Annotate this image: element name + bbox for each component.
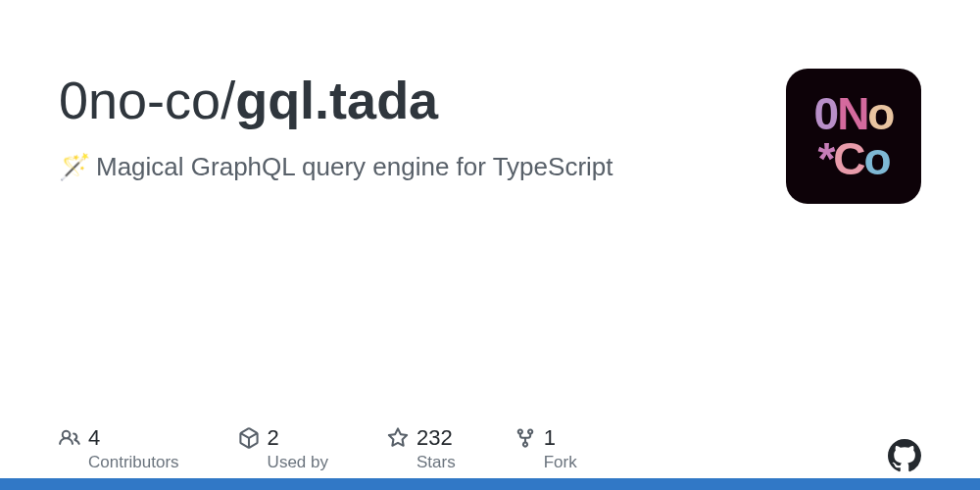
fork-icon	[514, 427, 536, 449]
repo-name: gql.tada	[235, 71, 438, 129]
contributors-label: Contributors	[88, 453, 179, 472]
repo-title: 0no-co/gql.tada	[59, 69, 766, 132]
contributors-value: 4	[88, 425, 100, 451]
stat-stars: 232 Stars	[387, 425, 456, 472]
stat-forks: 1 Fork	[514, 425, 577, 472]
usedby-value: 2	[268, 425, 279, 451]
org-logo: 0No *Co	[786, 69, 921, 204]
stars-value: 232	[416, 425, 453, 451]
github-icon	[888, 439, 921, 472]
description-text: Magical GraphQL query engine for TypeScr…	[96, 152, 613, 181]
stars-label: Stars	[416, 453, 456, 472]
logo-line-1: 0No	[814, 91, 894, 136]
stats-group: 4 Contributors 2 Used by 232 Stars	[59, 425, 577, 472]
logo-line-2: *Co	[817, 136, 889, 181]
forks-label: Fork	[544, 453, 577, 472]
star-icon	[387, 427, 409, 449]
wand-emoji: 🪄	[59, 152, 90, 181]
language-bar	[0, 478, 980, 490]
repo-separator: /	[220, 71, 235, 129]
people-icon	[59, 427, 80, 449]
stat-usedby: 2 Used by	[238, 425, 328, 472]
repo-description: 🪄Magical GraphQL query engine for TypeSc…	[59, 152, 766, 182]
usedby-label: Used by	[268, 453, 328, 472]
stat-contributors: 4 Contributors	[59, 425, 179, 472]
repo-owner: 0no-co	[59, 71, 220, 129]
forks-value: 1	[544, 425, 556, 451]
package-icon	[238, 427, 260, 449]
